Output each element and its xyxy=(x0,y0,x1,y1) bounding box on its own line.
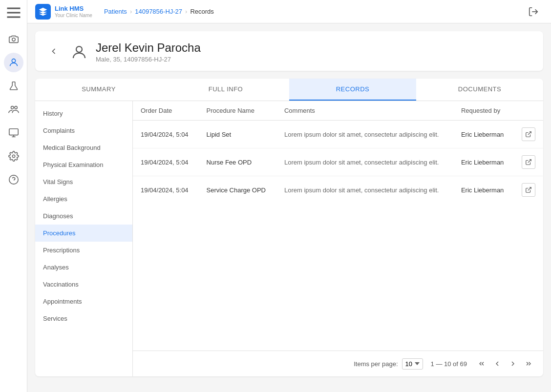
cell-procedure-name: Nurse Fee OPD xyxy=(199,148,276,176)
external-link-button[interactable] xyxy=(522,127,535,141)
menu-diagnoses[interactable]: Diagnoses xyxy=(35,207,132,225)
main-area: Link HMS Your Clinic Name Patients › 140… xyxy=(27,0,551,392)
cell-action xyxy=(514,148,543,176)
menu-prescriptions[interactable]: Prescriptions xyxy=(35,242,132,259)
svg-line-16 xyxy=(528,160,531,163)
menu-services[interactable]: Services xyxy=(35,310,132,327)
external-link-button[interactable] xyxy=(522,183,535,197)
svg-point-10 xyxy=(12,155,15,158)
breadcrumb-sep2: › xyxy=(185,8,187,15)
svg-point-11 xyxy=(9,175,18,184)
breadcrumb: Patients › 14097856-HJ-27 › Records xyxy=(104,8,214,15)
cell-action xyxy=(514,176,543,204)
cell-comments: Lorem ipsum dolor sit amet, consectetur … xyxy=(276,176,453,204)
col-requested-by: Requested by xyxy=(453,101,514,121)
svg-point-6 xyxy=(14,106,17,109)
app-subtitle: Your Clinic Name xyxy=(55,13,92,18)
cell-procedure-name: Service Charge OPD xyxy=(199,176,276,204)
svg-line-15 xyxy=(528,132,531,135)
avatar xyxy=(68,41,90,63)
cell-comments: Lorem ipsum dolor sit amet, consectetur … xyxy=(276,148,453,176)
patient-info: Jerel Kevin Parocha Male, 35, 14097856-H… xyxy=(96,41,201,63)
cell-order-date: 19/04/2024, 5:04 xyxy=(133,148,199,176)
col-procedure-name: Procedure Name xyxy=(199,101,276,121)
cell-requested-by: Eric Lieberman xyxy=(453,176,514,204)
menu-medical-background[interactable]: Medical Background xyxy=(35,139,132,156)
back-button[interactable] xyxy=(47,44,61,60)
svg-rect-7 xyxy=(9,129,18,135)
breadcrumb-patient-id[interactable]: 14097856-HJ-27 xyxy=(135,8,182,15)
logo-icon xyxy=(35,4,51,20)
tab-records[interactable]: RECORDS xyxy=(289,79,416,101)
header-right xyxy=(524,0,543,23)
tabs-container: SUMMARY FULL INFO RECORDS DOCUMENTS xyxy=(35,79,543,101)
svg-point-14 xyxy=(76,46,82,52)
cell-order-date: 19/04/2024, 5:04 xyxy=(133,176,199,204)
cell-requested-by: Eric Lieberman xyxy=(453,148,514,176)
svg-point-3 xyxy=(12,38,15,41)
nav-camera-icon[interactable] xyxy=(4,29,23,49)
app-title: Link HMS xyxy=(55,5,92,13)
breadcrumb-sep1: › xyxy=(130,8,132,15)
cell-order-date: 19/04/2024, 5:04 xyxy=(133,121,199,148)
table-row: 19/04/2024, 5:04Lipid SetLorem ipsum dol… xyxy=(133,121,543,148)
nav-monitor-icon[interactable] xyxy=(4,123,23,143)
col-comments: Comments xyxy=(276,101,453,121)
per-page-select[interactable]: 10 25 50 xyxy=(402,358,423,370)
pagination-controls xyxy=(475,357,535,371)
svg-point-5 xyxy=(11,106,14,109)
page-range: 1 — 10 of 69 xyxy=(431,360,467,368)
patient-meta: Male, 35, 14097856-HJ-27 xyxy=(96,56,201,63)
nav-settings-icon[interactable] xyxy=(4,146,23,166)
menu-analyses[interactable]: Analyses xyxy=(35,259,132,276)
nav-person-icon[interactable] xyxy=(4,53,23,72)
items-per-page: Items per page: 10 25 50 xyxy=(354,358,423,370)
breadcrumb-current: Records xyxy=(190,8,213,15)
breadcrumb-patients[interactable]: Patients xyxy=(104,8,127,15)
cell-requested-by: Eric Lieberman xyxy=(453,121,514,148)
table-row: 19/04/2024, 5:04Service Charge OPDLorem … xyxy=(133,176,543,204)
last-page-button[interactable] xyxy=(522,357,535,371)
menu-appointments[interactable]: Appointments xyxy=(35,293,132,310)
menu-history[interactable]: History xyxy=(35,105,132,122)
logo-area: Link HMS Your Clinic Name xyxy=(35,4,92,20)
prev-page-button[interactable] xyxy=(490,357,504,371)
top-header: Link HMS Your Clinic Name Patients › 140… xyxy=(27,0,551,23)
icon-sidebar xyxy=(0,0,27,392)
patient-name: Jerel Kevin Parocha xyxy=(96,41,201,55)
tab-full-info[interactable]: FULL INFO xyxy=(162,79,289,101)
logo-text-block: Link HMS Your Clinic Name xyxy=(55,5,92,18)
hamburger-menu[interactable] xyxy=(5,4,22,21)
menu-vaccinations[interactable]: Vaccinations xyxy=(35,276,132,293)
records-table: Order Date Procedure Name Comments Reque… xyxy=(133,101,543,204)
first-page-button[interactable] xyxy=(475,357,488,371)
menu-vital-signs[interactable]: Vital Signs xyxy=(35,173,132,190)
col-actions xyxy=(514,101,543,121)
menu-physical-examination[interactable]: Physical Examination xyxy=(35,156,132,173)
cell-procedure-name: Lipid Set xyxy=(199,121,276,148)
cell-action xyxy=(514,121,543,148)
svg-point-4 xyxy=(12,59,15,62)
patient-header: Jerel Kevin Parocha Male, 35, 14097856-H… xyxy=(35,31,543,71)
logout-icon[interactable] xyxy=(524,2,543,21)
next-page-button[interactable] xyxy=(506,357,520,371)
content-panel: History Complaints Medical Background Ph… xyxy=(35,101,543,376)
cell-comments: Lorem ipsum dolor sit amet, consectetur … xyxy=(276,121,453,148)
tab-summary[interactable]: SUMMARY xyxy=(35,79,162,101)
menu-procedures[interactable]: Procedures xyxy=(35,225,132,242)
pagination: Items per page: 10 25 50 1 — 10 of 69 xyxy=(133,351,543,376)
table-row: 19/04/2024, 5:04Nurse Fee OPDLorem ipsum… xyxy=(133,148,543,176)
nav-group-icon[interactable] xyxy=(4,100,23,119)
left-menu: History Complaints Medical Background Ph… xyxy=(35,101,133,376)
menu-allergies[interactable]: Allergies xyxy=(35,190,132,207)
tab-documents[interactable]: DOCUMENTS xyxy=(416,79,543,101)
col-order-date: Order Date xyxy=(133,101,199,121)
menu-complaints[interactable]: Complaints xyxy=(35,122,132,139)
svg-line-17 xyxy=(528,187,531,190)
items-per-page-label: Items per page: xyxy=(354,360,398,368)
tabs: SUMMARY FULL INFO RECORDS DOCUMENTS xyxy=(35,79,543,101)
nav-help-icon[interactable] xyxy=(4,170,23,189)
external-link-button[interactable] xyxy=(522,155,535,169)
nav-flask-icon[interactable] xyxy=(4,76,23,96)
records-content: Order Date Procedure Name Comments Reque… xyxy=(133,101,543,376)
